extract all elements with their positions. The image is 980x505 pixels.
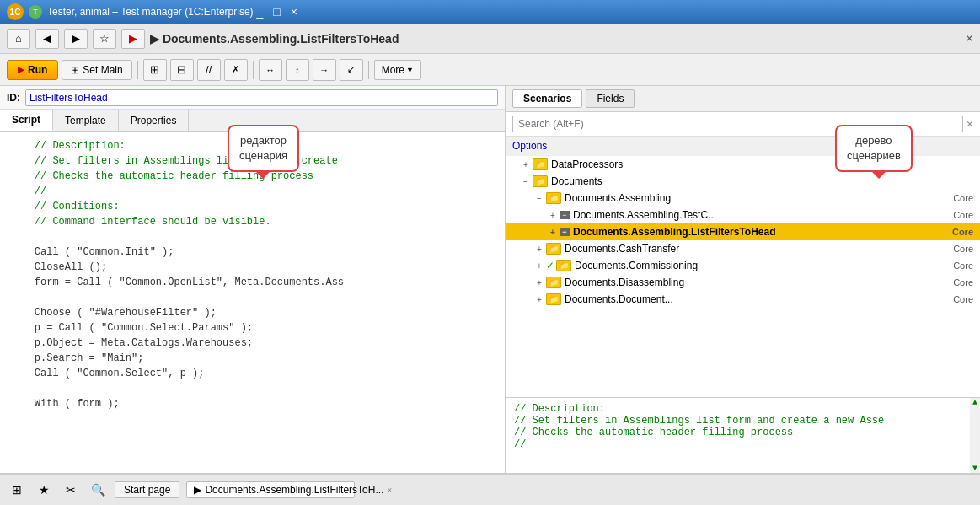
tab-scenarios[interactable]: Scenarios	[512, 89, 582, 108]
more-label: More	[382, 64, 404, 76]
toggle-listfilters[interactable]: +	[546, 225, 560, 239]
taskbar-star-icon[interactable]: ★	[34, 480, 54, 500]
code-line-7	[10, 229, 495, 244]
toolbar-btn-5[interactable]: ↔	[259, 59, 282, 81]
folder-icon-documents: 📁	[533, 175, 548, 187]
desc-scrollbar[interactable]: ▲ ▼	[970, 398, 980, 473]
toggle-commissioning[interactable]: +	[533, 259, 546, 272]
toggle-testc[interactable]: +	[546, 208, 560, 222]
bookmark-button[interactable]: ☆	[93, 29, 116, 49]
desc-line-4: //	[514, 438, 972, 450]
toggle-documents[interactable]: −	[519, 175, 533, 188]
tree-item-testc[interactable]: + − Documents.Assembling.TestC... Core	[506, 207, 980, 223]
core-testc: Core	[953, 210, 973, 220]
more-button[interactable]: More	[374, 60, 421, 80]
toolbar-btn-4[interactable]: ✗	[224, 59, 248, 81]
id-label: ID:	[7, 92, 20, 104]
label-dataprocessors: DataProcessors	[551, 158, 980, 170]
toolbar-btn-7[interactable]: →	[313, 59, 336, 81]
toolbar-btn-1[interactable]: ⊞	[143, 59, 167, 81]
label-documents: Documents	[551, 175, 980, 187]
app-logo: 1C	[7, 3, 24, 20]
core-commissioning: Core	[953, 261, 973, 271]
taskbar-play-icon: ▶	[194, 484, 201, 496]
core-docs-assembling: Core	[953, 193, 973, 203]
toolbar-btn-2[interactable]: ⊟	[170, 59, 194, 81]
scenario-tree: + 📁 DataProcessors − 📁 Documents − 📁 Doc…	[506, 156, 980, 397]
toolbar-btn-3[interactable]: //	[197, 59, 221, 81]
id-value[interactable]: ListFiltersToHead	[25, 89, 498, 106]
back-button[interactable]: ◀	[35, 29, 59, 49]
tree-item-cashtransfer[interactable]: + 📁 Documents.CashTransfer Core	[506, 240, 980, 257]
callout-tree-text: деревосценариев	[847, 134, 901, 162]
right-tabs: Scenarios Fields	[506, 86, 980, 112]
tree-item-document[interactable]: + 📁 Documents.Document... Core	[506, 291, 980, 308]
core-document: Core	[953, 294, 973, 304]
taskbar-active-label: Documents.Assembling.ListFiltersToH...	[205, 484, 383, 496]
folder-icon-dataprocessors: 📁	[533, 158, 548, 170]
folder-icon-docs-assembling: 📁	[546, 192, 561, 204]
code-editor[interactable]: // Description: // Set filters in Assemb…	[0, 132, 505, 473]
folder-icon-disassembling: 📁	[546, 277, 561, 288]
tab-fields[interactable]: Fields	[586, 89, 635, 108]
toggle-dataprocessors[interactable]: +	[519, 158, 533, 171]
tree-item-listfilters[interactable]: + − Documents.Assembling.ListFiltersToHe…	[506, 223, 980, 240]
tab-template[interactable]: Template	[53, 110, 119, 131]
forward-button[interactable]: ▶	[64, 29, 88, 49]
folder-icon-cashtransfer: 📁	[546, 243, 561, 255]
taskbar-cut-icon[interactable]: ✂	[61, 480, 81, 500]
taskbar: ⊞ ★ ✂ 🔍 Start page ▶ Documents.Assemblin…	[0, 473, 980, 505]
code-line-8: Call ( "Common.Init" );	[10, 244, 495, 260]
window-controls[interactable]: _ □ ×	[254, 5, 301, 19]
toolbar: Run ⊞ Set Main ⊞ ⊟ // ✗ ↔ ↕ → ↙ More	[0, 54, 980, 86]
minus-icon-listfilters: −	[560, 228, 570, 236]
nav-bar: ⌂ ◀ ▶ ☆ ▶ ▶ Documents.Assembling.ListFil…	[0, 24, 980, 54]
home-button[interactable]: ⌂	[7, 29, 30, 49]
callout-editor-text: редакторсценария	[239, 134, 287, 162]
tree-item-disassembling[interactable]: + 📁 Documents.Disassembling Core	[506, 274, 980, 291]
taskbar-grid-icon[interactable]: ⊞	[7, 480, 27, 500]
minimize-button[interactable]: _	[254, 5, 267, 19]
toggle-docs-assembling[interactable]: −	[533, 191, 546, 205]
tree-item-commissioning[interactable]: + ✓ 📁 Documents.Commissioning Core	[506, 257, 980, 274]
panel-close-button[interactable]: ×	[966, 31, 973, 46]
tree-item-docs-assembling[interactable]: − 📁 Documents.Assembling Core	[506, 190, 980, 207]
separator-2	[253, 61, 254, 79]
taskbar-search-icon[interactable]: 🔍	[88, 480, 108, 500]
toggle-document[interactable]: +	[533, 293, 546, 306]
callout-editor: редакторсценария	[228, 125, 299, 172]
play-button[interactable]: ▶	[121, 29, 145, 49]
options-link[interactable]: Options	[512, 140, 547, 152]
tab-script[interactable]: Script	[0, 110, 53, 131]
code-line-12: Choose ( "#WarehouseFilter" );	[10, 305, 495, 320]
code-line-9: CloseAll ();	[10, 260, 495, 275]
label-disassembling: Documents.Disassembling	[565, 277, 953, 288]
toolbar-btn-8[interactable]: ↙	[340, 59, 363, 81]
taskbar-active-tab[interactable]: ▶ Documents.Assembling.ListFiltersToH...…	[186, 481, 355, 498]
desc-scroll-up[interactable]: ▲	[970, 398, 980, 407]
code-line-14: p.Object = Meta.Catalogs.Warehouses;	[10, 336, 495, 351]
toolbar-btn-6[interactable]: ↕	[286, 59, 309, 81]
run-button[interactable]: Run	[7, 60, 58, 80]
label-listfilters: Documents.Assembling.ListFiltersToHead	[573, 226, 952, 238]
desc-scroll-down[interactable]: ▼	[970, 464, 980, 473]
search-close-button[interactable]: ×	[967, 117, 973, 131]
setmain-label: Set Main	[83, 64, 122, 76]
code-line-15: p.Search = "Main";	[10, 351, 495, 366]
taskbar-tab-close-button[interactable]: ×	[387, 486, 392, 495]
label-commissioning: Documents.Commissioning	[575, 260, 953, 271]
toggle-disassembling[interactable]: +	[533, 276, 546, 289]
desc-line-2: // Set filters in Assemblings list form …	[514, 415, 972, 427]
toggle-cashtransfer[interactable]: +	[533, 242, 546, 255]
core-disassembling: Core	[953, 277, 973, 287]
close-button[interactable]: ×	[287, 5, 301, 19]
tree-item-documents[interactable]: − 📁 Documents	[506, 173, 980, 190]
tab-properties[interactable]: Properties	[119, 110, 190, 131]
label-docs-assembling: Documents.Assembling	[565, 192, 953, 204]
desc-line-1: // Description:	[514, 403, 972, 415]
setmain-button[interactable]: ⊞ Set Main	[62, 60, 131, 80]
code-line-16: Call ( "Common.Select", p );	[10, 366, 495, 381]
check-icon-commissioning: ✓	[546, 260, 554, 271]
maximize-button[interactable]: □	[270, 5, 283, 19]
taskbar-home-tab[interactable]: Start page	[115, 481, 179, 498]
